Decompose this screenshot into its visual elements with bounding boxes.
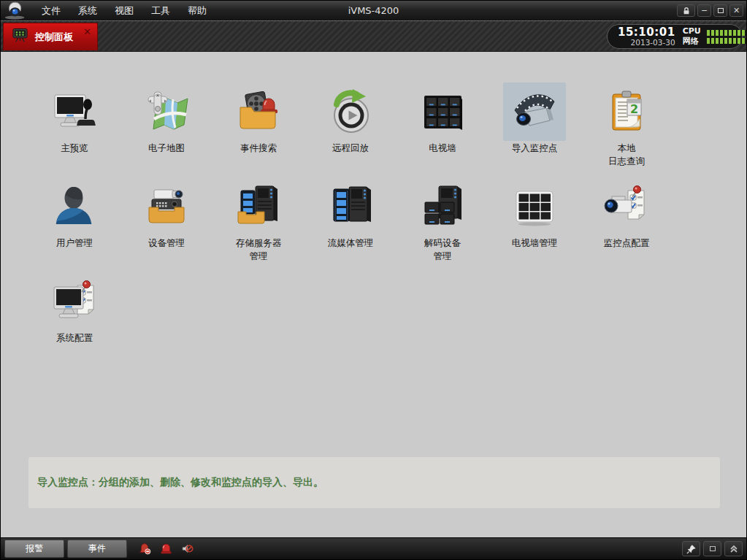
storage-server-management-icon — [227, 177, 290, 236]
grid-item-label: 监控点配置 — [604, 237, 650, 249]
svg-text:2: 2 — [630, 102, 638, 116]
import-camera-icon — [503, 83, 566, 141]
grid-item-event-search[interactable]: 事件搜索 — [212, 83, 304, 177]
pin-panel-button[interactable] — [682, 541, 700, 556]
grid-item-import-camera[interactable]: 导入监控点 — [489, 83, 581, 177]
clock-time: 15:10:01 — [618, 26, 675, 38]
event-tab[interactable]: 事件 — [67, 540, 127, 558]
restore-panel-button[interactable] — [703, 541, 721, 556]
grid-item-storage-server-management[interactable]: 存储服务器 管理 — [212, 177, 304, 272]
grid-item-label: 远程回放 — [332, 142, 369, 154]
grid-item-system-configuration[interactable]: 系统配置 — [28, 272, 120, 367]
menu-help[interactable]: 帮助 — [179, 1, 215, 20]
grid-item-label: 用户管理 — [56, 237, 93, 249]
grid-item-decoding-device-management[interactable]: 解码设备 管理 — [397, 177, 489, 272]
network-usage-meter — [707, 38, 747, 44]
grid-item-emap[interactable]: 电子地图 — [120, 83, 212, 177]
status-bar: 报警 事件 — [1, 537, 746, 559]
menu-view[interactable]: 视图 — [106, 1, 142, 20]
tv-wall-icon — [411, 83, 474, 141]
window-controls: − ✕ — [677, 4, 743, 17]
close-button[interactable]: ✕ — [729, 4, 743, 17]
menu-system[interactable]: 系统 — [69, 1, 106, 20]
menu-file[interactable]: 文件 — [33, 1, 69, 20]
audio-off-icon[interactable] — [181, 542, 194, 555]
tab-control-panel-label: 控制面板 — [35, 31, 73, 44]
network-label: 网络 — [683, 37, 701, 47]
grid-item-label2: 管理 — [250, 250, 268, 262]
menu-bar: 文件 系统 视图 工具 帮助 — [33, 1, 215, 20]
control-panel-icon — [12, 28, 28, 46]
chevron-up-double-icon — [729, 545, 738, 553]
control-panel-main: 主预览 — [1, 52, 746, 537]
grid-item-label: 流媒体管理 — [328, 237, 374, 249]
cpu-usage-meter — [707, 30, 747, 36]
maximize-icon — [718, 8, 724, 13]
titlebar: 文件 系统 视图 工具 帮助 iVMS-4200 − ✕ — [1, 1, 746, 21]
tab-control-panel[interactable]: 控制面板 ✕ — [3, 23, 98, 50]
stream-media-management-icon — [319, 177, 382, 236]
grid-item-tv-wall[interactable]: 电视墙 — [397, 83, 489, 177]
grid-item-stream-media-management[interactable]: 流媒体管理 — [304, 177, 397, 272]
lock-icon — [682, 7, 691, 15]
tab-bar: 控制面板 ✕ 15:10:01 2013-03-30 CPU 网络 — [1, 21, 746, 52]
remote-playback-icon — [319, 83, 382, 141]
system-configuration-icon — [43, 272, 106, 331]
window-title: iVMS-4200 — [348, 5, 399, 16]
maximize-button[interactable] — [713, 4, 727, 17]
tv-wall-management-icon — [503, 177, 566, 236]
cpu-label: CPU — [683, 26, 701, 37]
grid-item-main-preview[interactable]: 主预览 — [28, 83, 120, 177]
grid-item-user-management[interactable]: 用户管理 — [28, 177, 120, 272]
tab-close-icon[interactable]: ✕ — [83, 27, 91, 37]
grid-item-label: 存储服务器 — [236, 237, 282, 249]
clock-date: 2013-03-30 — [618, 38, 675, 47]
mute-alarm-icon[interactable] — [139, 542, 151, 555]
pin-icon — [686, 544, 697, 554]
grid-item-device-management[interactable]: 设备管理 — [120, 177, 212, 272]
menu-tools[interactable]: 工具 — [142, 1, 179, 20]
grid-item-label: 本地 — [618, 142, 636, 154]
alarm-siren-icon[interactable] — [160, 542, 172, 555]
grid-item-label: 导入监控点 — [512, 142, 558, 154]
alarm-tab[interactable]: 报警 — [4, 540, 64, 558]
system-status-pill: 15:10:01 2013-03-30 CPU 网络 — [607, 24, 743, 49]
grid-item-local-log-search[interactable]: 2 本地 日志查询 — [581, 83, 673, 177]
restore-panel-icon — [710, 546, 716, 551]
grid-item-label: 解码设备 — [424, 237, 461, 249]
user-management-icon — [43, 177, 106, 236]
ivms-window: 文件 系统 视图 工具 帮助 iVMS-4200 − ✕ — [0, 0, 747, 560]
grid-item-tv-wall-management[interactable]: 电视墙管理 — [489, 177, 581, 272]
grid-item-label: 系统配置 — [56, 332, 93, 344]
module-description-panel: 导入监控点：分组的添加、删除、修改和监控点的导入、导出。 — [28, 457, 720, 508]
camera-configuration-icon — [595, 177, 658, 236]
grid-item-label2: 日志查询 — [608, 156, 645, 167]
grid-item-label: 主预览 — [61, 142, 88, 154]
event-search-icon — [227, 83, 290, 141]
grid-item-camera-configuration[interactable]: 监控点配置 — [581, 177, 673, 272]
decoding-device-management-icon — [411, 177, 474, 236]
main-preview-icon — [43, 83, 106, 141]
cctv-camera-logo-icon — [2, 1, 30, 20]
grid-item-label2: 管理 — [434, 250, 452, 262]
grid-item-label: 电视墙管理 — [512, 237, 558, 249]
grid-item-label: 电子地图 — [148, 142, 185, 154]
grid-item-remote-playback[interactable]: 远程回放 — [304, 83, 397, 177]
grid-item-label: 设备管理 — [148, 237, 185, 249]
lock-button[interactable] — [677, 4, 695, 17]
device-management-icon — [135, 177, 198, 236]
grid-item-label: 电视墙 — [429, 142, 456, 154]
local-log-search-icon: 2 — [595, 83, 658, 141]
collapse-panel-button[interactable] — [724, 541, 743, 556]
minimize-button[interactable]: − — [697, 4, 711, 17]
emap-icon — [135, 83, 198, 141]
module-grid: 主预览 — [28, 83, 673, 367]
grid-item-label: 事件搜索 — [240, 142, 277, 154]
module-description-text: 导入监控点：分组的添加、删除、修改和监控点的导入、导出。 — [28, 476, 323, 489]
